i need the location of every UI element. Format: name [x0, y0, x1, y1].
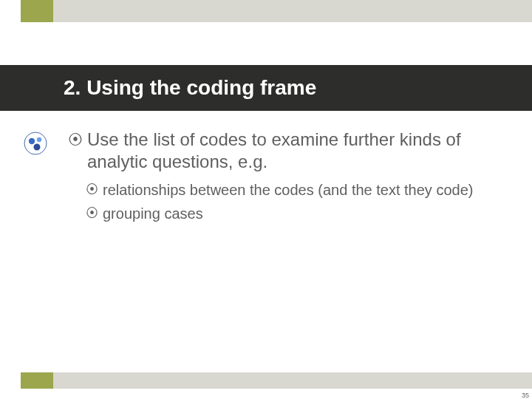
bullet-sub2-text: grouping cases	[103, 204, 203, 223]
svg-point-3	[34, 144, 41, 151]
slide-title: 2. Using the coding frame	[64, 76, 316, 100]
svg-point-2	[37, 137, 41, 142]
bullet-sub1-text: relationships between the codes (and the…	[103, 180, 473, 200]
bullet-icon: ⦿	[68, 129, 83, 151]
sub-bullets: ⦿ relationships between the codes (and t…	[86, 180, 488, 223]
bottom-gray-band	[53, 372, 532, 389]
page-number: 35	[522, 392, 529, 399]
content-area: ⦿ Use the list of codes to examine furth…	[68, 129, 488, 228]
bullet-icon: ⦿	[86, 180, 98, 200]
bullet-icon: ⦿	[86, 204, 98, 223]
bullet-main: ⦿ Use the list of codes to examine furth…	[68, 129, 488, 173]
bottom-accent-block	[21, 372, 53, 389]
cluster-icon	[24, 132, 47, 155]
bullet-sub-1: ⦿ relationships between the codes (and t…	[86, 180, 488, 200]
bullet-main-text: Use the list of codes to examine further…	[87, 129, 488, 173]
bullet-sub-2: ⦿ grouping cases	[86, 204, 488, 223]
title-bar: 2. Using the coding frame	[0, 65, 532, 111]
svg-point-0	[24, 132, 47, 154]
top-gray-band	[53, 0, 532, 22]
svg-point-1	[29, 138, 35, 144]
top-accent-block	[21, 0, 53, 22]
